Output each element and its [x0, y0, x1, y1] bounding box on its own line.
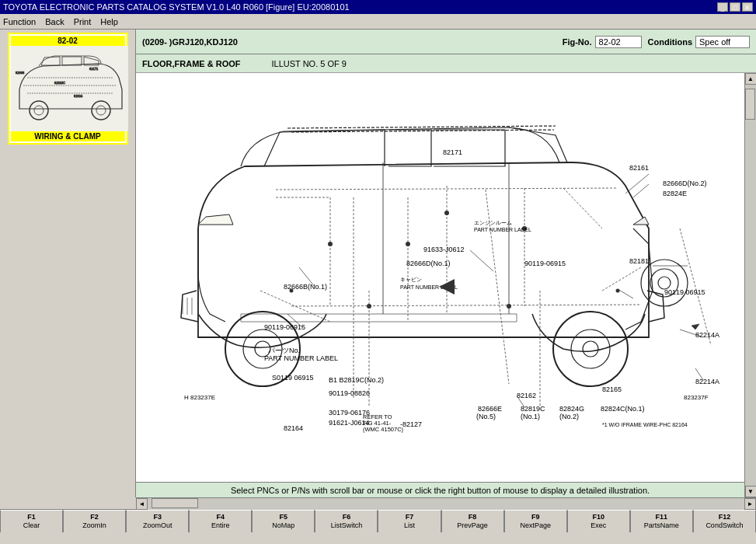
- f4-func-label: Entire: [211, 521, 230, 530]
- f6-key-label: F6: [343, 513, 351, 521]
- svg-rect-9: [136, 73, 726, 434]
- part-82181: 82181: [629, 257, 649, 265]
- fig-no-input[interactable]: [595, 36, 642, 48]
- svg-point-26: [328, 242, 333, 246]
- conditions-input[interactable]: [695, 36, 750, 48]
- thumbnail-item[interactable]: 82-02: [8, 33, 128, 145]
- svg-text:82666: 82666: [16, 71, 25, 75]
- svg-point-30: [367, 304, 371, 309]
- part-label-5: パーツNo.: [267, 347, 300, 354]
- f3-key-label: F3: [153, 513, 162, 521]
- part-b1-82819c: B1 B2819C(No.2): [329, 376, 384, 384]
- f3-func-label: ZoomOut: [143, 521, 172, 530]
- f2-func-label: ZoomIn: [82, 521, 106, 530]
- f3-zoomout-button[interactable]: F3 ZoomOut: [126, 510, 189, 532]
- f1-key-label: F1: [27, 513, 36, 521]
- scroll-down-button[interactable]: ▼: [745, 486, 757, 497]
- header-right: Fig-No. Conditions: [563, 36, 750, 48]
- status-bar: Select PNCs or P/Ns with scroll bar or m…: [136, 482, 744, 497]
- part-82161: 82161: [629, 164, 649, 172]
- f5-nomap-button[interactable]: F5 NoMap: [252, 510, 315, 532]
- f2-zoomin-button[interactable]: F2 ZoomIn: [63, 510, 126, 532]
- f9-nextpage-button[interactable]: F9 NextPage: [504, 510, 567, 532]
- menu-back[interactable]: Back: [45, 17, 64, 26]
- part-82824c: 82824C(No.1): [601, 405, 645, 413]
- scroll-right-button[interactable]: ►: [744, 498, 756, 510]
- maximize-button[interactable]: □: [730, 2, 740, 12]
- part-82824g: 82824G: [559, 405, 584, 413]
- part-82666e-no5: (No.5): [476, 413, 496, 420]
- svg-text:82824: 82824: [74, 94, 83, 98]
- sub-header: FLOOR,FRAME & ROOF ILLUST NO. 5 OF 9: [136, 54, 756, 73]
- fig-no-block: Fig-No.: [563, 36, 642, 48]
- f9-func-label: NextPage: [520, 521, 551, 530]
- scroll-track-vertical[interactable]: [745, 85, 757, 486]
- svg-point-28: [406, 242, 410, 246]
- title-bar-buttons[interactable]: _ □ ✕: [717, 2, 753, 12]
- part-82162: 82162: [517, 392, 536, 399]
- conditions-label: Conditions: [648, 37, 692, 47]
- f7-list-button[interactable]: F7 List: [378, 510, 441, 532]
- part-82171: 82171: [443, 148, 462, 156]
- f10-func-label: Exec: [591, 521, 606, 530]
- f1-func-label: Clear: [23, 521, 40, 530]
- svg-point-31: [507, 304, 511, 309]
- main-area: 82-02: [0, 30, 756, 497]
- part-82666d-2: 82666D(No.2): [663, 180, 707, 187]
- part-82666b-1: 82666B(No.1): [284, 283, 327, 291]
- left-panel: 82-02: [0, 30, 136, 497]
- svg-text:82819C: 82819C: [54, 81, 65, 85]
- f12-condswitch-button[interactable]: F12 CondSwitch: [693, 510, 756, 532]
- part-82666d-1: 82666D(No.1): [406, 260, 451, 267]
- thumbnail-label: WIRING & CLAMP: [11, 131, 125, 141]
- part-82824e: 82824E: [663, 190, 687, 197]
- part-82819c-no1-b: (No.1): [521, 413, 540, 420]
- thumbnail-svg: 82666 82171 82819C 82824: [12, 47, 127, 131]
- diagram-area[interactable]: 82171 82161 82666D(No.2) 82824E エンジンルーム …: [136, 73, 744, 482]
- scroll-track-horizontal[interactable]: [148, 498, 744, 510]
- fig-no-label: Fig-No.: [563, 37, 592, 47]
- part-82214a-1: 82214A: [695, 331, 719, 339]
- diagram-inner: 82171 82161 82666D(No.2) 82824E エンジンルーム …: [136, 73, 744, 497]
- section-title: FLOOR,FRAME & ROOF: [142, 59, 241, 68]
- part-82164: 82164: [284, 424, 303, 432]
- f12-func-label: CondSwitch: [705, 521, 743, 530]
- scroll-left-button[interactable]: ◄: [136, 498, 148, 510]
- f8-key-label: F8: [469, 513, 477, 521]
- part-91633-j0612: 91633-J0612: [423, 246, 465, 253]
- right-panel: (0209- )GRJ120,KDJ120 Fig-No. Conditions…: [136, 30, 756, 497]
- part-82165: 82165: [602, 385, 622, 393]
- status-message: Select PNCs or P/Ns with scroll bar or m…: [231, 486, 650, 495]
- svg-text:82171: 82171: [89, 67, 99, 71]
- f1-clear-button[interactable]: F1 Clear: [0, 510, 63, 532]
- scrollbar-horizontal[interactable]: ◄ ►: [136, 497, 756, 509]
- f5-key-label: F5: [280, 513, 288, 521]
- part-82214a-2: 82214A: [695, 378, 719, 385]
- f7-func-label: List: [404, 521, 415, 530]
- diagram-wrapper: 82171 82161 82666D(No.2) 82824E エンジンルーム …: [136, 73, 756, 497]
- f4-entire-button[interactable]: F4 Entire: [189, 510, 252, 532]
- f11-key-label: F11: [656, 513, 668, 521]
- close-button[interactable]: ✕: [742, 2, 753, 12]
- part-label-2: PART NUMBER LABEL: [474, 227, 531, 232]
- part-h-823237e: H 823237E: [184, 394, 215, 401]
- f6-listswitch-button[interactable]: F6 ListSwitch: [315, 510, 378, 532]
- minimize-button[interactable]: _: [717, 2, 728, 12]
- f10-exec-button[interactable]: F10 Exec: [567, 510, 630, 532]
- f5-func-label: NoMap: [272, 521, 294, 530]
- f4-key-label: F4: [217, 513, 225, 521]
- f11-partsname-button[interactable]: F11 PartsName: [630, 510, 693, 532]
- f11-func-label: PartsName: [644, 521, 679, 530]
- f10-key-label: F10: [592, 513, 604, 521]
- part-label-3: キャビン: [400, 277, 422, 282]
- diagram-scroll[interactable]: 82171 82161 82666D(No.2) 82824E エンジンルーム …: [136, 73, 744, 482]
- scrollbar-vertical[interactable]: ▲ ▼: [744, 73, 756, 497]
- thumbnail-image[interactable]: 82666 82171 82819C 82824: [11, 46, 128, 131]
- f8-prevpage-button[interactable]: F8 PrevPage: [441, 510, 504, 532]
- scroll-up-button[interactable]: ▲: [745, 73, 757, 85]
- part-823237f: 823237F: [684, 394, 709, 401]
- menu-print[interactable]: Print: [74, 17, 92, 26]
- menu-function[interactable]: Function: [3, 17, 36, 26]
- menu-help[interactable]: Help: [100, 17, 118, 26]
- part-82127: -82127: [400, 420, 422, 428]
